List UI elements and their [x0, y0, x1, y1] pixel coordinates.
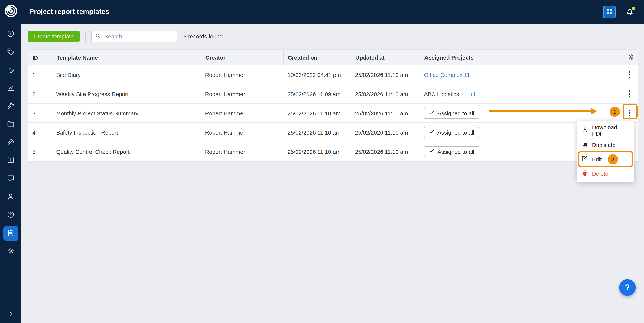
sidebar-item-reports-chart[interactable] [3, 81, 18, 96]
wrench-icon [7, 102, 15, 111]
duplicate-icon [582, 141, 588, 149]
pie-chart-icon [7, 210, 15, 220]
notification-dot [632, 6, 635, 10]
cell-id: 4 [28, 129, 52, 136]
cell-template-name: Weekly Site Progress Report [52, 91, 201, 97]
assigned-project-link[interactable]: Office Complex 11 [424, 72, 470, 78]
table-settings-gear-icon[interactable] [628, 53, 635, 62]
assigned-project-name: ABC Logistics [424, 91, 459, 97]
cell-creator: Robert Hammer [201, 72, 284, 78]
sidebar-item-tags[interactable] [3, 45, 18, 60]
cell-created-on: 25/02/2026 11:10 am [284, 148, 351, 155]
sidebar-item-settings[interactable] [3, 244, 18, 259]
assigned-to-all-chip[interactable]: Assigned to all [424, 127, 479, 138]
toolbar: Create template 5 records found [28, 30, 638, 42]
cell-created-on: 25/02/2026 11:09 am [284, 91, 351, 97]
cell-assigned-projects: ABC Logistics+1 [420, 91, 557, 97]
assigned-more-link[interactable]: +1 [470, 91, 476, 97]
cell-actions [557, 68, 638, 81]
records-count: 5 records found [183, 33, 222, 40]
column-header-template-name[interactable]: Template Name [52, 50, 201, 65]
cell-assigned-projects: Assigned to all [420, 108, 557, 118]
search-input[interactable] [104, 33, 173, 40]
header: Project report templates [22, 0, 644, 24]
sidebar-item-report-templates[interactable] [3, 226, 18, 241]
notifications-button[interactable] [625, 7, 634, 17]
sidebar-item-library-book[interactable] [3, 154, 18, 168]
toolbar-divider [85, 31, 85, 42]
download-icon [582, 126, 588, 134]
chart-icon [7, 84, 15, 93]
assigned-to-all-chip[interactable]: Assigned to all [424, 146, 479, 157]
sidebar-item-site-works[interactable] [3, 135, 18, 150]
edit-document-icon [7, 66, 15, 75]
cell-updated-at: 25/02/2026 11:10 am [351, 72, 420, 78]
apps-grid-button[interactable] [603, 6, 616, 18]
check-icon [429, 129, 434, 136]
row-actions-kebab-button[interactable] [624, 88, 635, 100]
sidebar [0, 0, 22, 323]
assigned-to-all-chip[interactable]: Assigned to all [424, 108, 479, 118]
create-template-button[interactable]: Create template [28, 30, 79, 42]
cell-id: 2 [28, 91, 52, 97]
table-row[interactable]: 1 Site Diary Robert Hammer 10/03/2022 04… [28, 65, 638, 84]
sidebar-item-analytics[interactable] [3, 208, 18, 223]
cell-actions [557, 88, 638, 100]
sidebar-item-tools[interactable] [3, 99, 18, 114]
cell-creator: Robert Hammer [201, 110, 284, 116]
column-header-creator[interactable]: Creator [201, 50, 284, 65]
column-header-assigned-projects[interactable]: Assigned Projects [420, 50, 557, 65]
cell-created-on: 25/02/2026 11:10 am [284, 110, 351, 116]
app-window: Project report templates Create template… [0, 0, 644, 323]
sidebar-item-contacts[interactable] [3, 190, 18, 205]
table-row[interactable]: 3 Monthly Project Status Summary Robert … [28, 104, 638, 123]
sidebar-item-messages[interactable] [3, 172, 18, 186]
templates-table: ID Template Name Creator Created on Upda… [28, 49, 638, 162]
sidebar-item-dashboard[interactable] [3, 27, 18, 42]
sidebar-expand-button[interactable] [0, 311, 22, 319]
clipboard-icon [7, 228, 15, 238]
column-header-updated-at[interactable]: Updated at [351, 50, 420, 65]
sidebar-item-projects-folder[interactable] [3, 117, 18, 132]
menu-item-delete[interactable]: Delete [577, 166, 634, 180]
column-header-id[interactable]: ID [28, 50, 52, 65]
sidebar-nav [3, 27, 18, 259]
row-actions-kebab-button[interactable] [624, 107, 635, 120]
cell-template-name: Monthly Project Status Summary [52, 110, 201, 116]
search-box[interactable] [91, 30, 177, 42]
search-icon [95, 32, 101, 40]
chevron-right-icon [7, 311, 14, 319]
cell-created-on: 25/02/2026 11:10 am [284, 129, 351, 136]
cell-updated-at: 25/02/2026 11:10 am [351, 148, 420, 155]
header-actions [603, 6, 634, 18]
page-title: Project report templates [30, 8, 109, 16]
row-actions-menu: Download PDF Duplicate Edit Delete [577, 121, 634, 182]
column-header-created-on[interactable]: Created on [284, 50, 351, 65]
table-row[interactable]: 5 Quality Control Check Report Robert Ha… [28, 142, 638, 161]
table-row[interactable]: 4 Safety Inspection Report Robert Hammer… [28, 123, 638, 142]
row-actions-kebab-button[interactable] [624, 68, 635, 81]
menu-item-download-pdf[interactable]: Download PDF [577, 123, 634, 138]
cell-created-on: 10/03/2022 04:41 pm [284, 72, 351, 78]
cell-updated-at: 25/02/2026 11:10 am [351, 91, 420, 97]
user-icon [7, 192, 15, 202]
cell-id: 1 [28, 72, 52, 78]
menu-item-duplicate[interactable]: Duplicate [577, 138, 634, 152]
apps-grid-icon [606, 8, 613, 16]
sidebar-item-tasks[interactable] [3, 63, 18, 78]
cell-creator: Robert Hammer [201, 129, 284, 136]
cell-creator: Robert Hammer [201, 91, 284, 97]
bell-icon [625, 12, 634, 17]
cell-updated-at: 25/02/2026 11:10 am [351, 110, 420, 116]
menu-item-edit[interactable]: Edit [577, 152, 634, 166]
cell-template-name: Safety Inspection Report [52, 129, 201, 136]
cell-updated-at: 25/02/2026 11:10 am [351, 129, 420, 136]
cell-id: 3 [28, 110, 52, 116]
tag-icon [7, 48, 15, 57]
cell-template-name: Quality Control Check Report [52, 148, 201, 155]
table-row[interactable]: 2 Weekly Site Progress Report Robert Ham… [28, 84, 638, 104]
cell-actions [557, 107, 638, 120]
edit-icon [582, 155, 588, 163]
help-button[interactable]: ? [619, 279, 636, 296]
info-icon [7, 30, 15, 39]
